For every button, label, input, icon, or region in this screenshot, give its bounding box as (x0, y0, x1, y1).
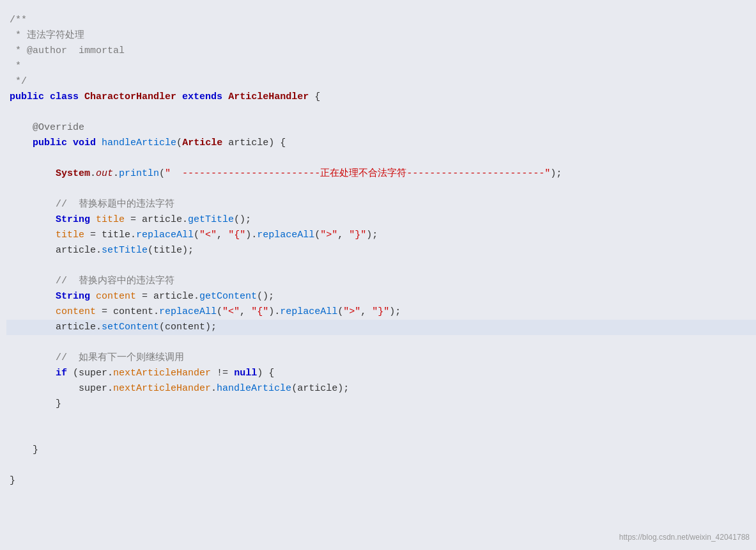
code-line-25: super.nextArticleHander.handleArticle(ar… (6, 381, 756, 397)
code-line-23: // 如果有下一个则继续调用 (6, 350, 756, 366)
watermark: https://blog.csdn.net/weixin_42041788 (619, 531, 750, 544)
code-line-19: String content = article.getContent(); (6, 289, 756, 304)
code-line-29: } (6, 443, 756, 458)
code-line-2: * 违法字符处理 (6, 28, 756, 43)
code-line-15: title = title.replaceAll("<", "{").repla… (6, 228, 756, 243)
code-line-14: String title = article.getTitle(); (6, 212, 756, 228)
code-line-12 (6, 182, 756, 197)
code-line-16: article.setTitle(title); (6, 243, 756, 258)
code-line-8: @Override (6, 120, 756, 136)
code-line-17 (6, 258, 756, 274)
code-line-3: * @author immortal (6, 43, 756, 59)
code-line-11: System.out.println(" -------------------… (6, 166, 756, 182)
code-line-4: * (6, 59, 756, 74)
code-line-24: if (super.nextArticleHander != null) { (6, 366, 756, 381)
code-line-18: // 替换内容中的违法字符 (6, 274, 756, 289)
code-line-31: } (6, 473, 756, 489)
code-line-27 (6, 412, 756, 427)
code-line-10 (6, 151, 756, 166)
code-line-7 (6, 105, 756, 120)
code-line-20: content = content.replaceAll("<", "{").r… (6, 304, 756, 320)
code-line-30 (6, 458, 756, 473)
code-line-1: /** (6, 13, 756, 28)
code-line-9: public void handleArticle(Article articl… (6, 136, 756, 151)
code-line-21: article.setContent(content); (6, 320, 756, 335)
code-line-26: } (6, 397, 756, 412)
code-line-5: */ (6, 74, 756, 90)
code-container: /** * 违法字符处理 * @author immortal * */ pub… (0, 0, 756, 550)
code-line-28 (6, 427, 756, 443)
code-line-22 (6, 335, 756, 350)
code-line-13: // 替换标题中的违法字符 (6, 197, 756, 212)
code-line-6: public class CharactorHandler extends Ar… (6, 90, 756, 105)
